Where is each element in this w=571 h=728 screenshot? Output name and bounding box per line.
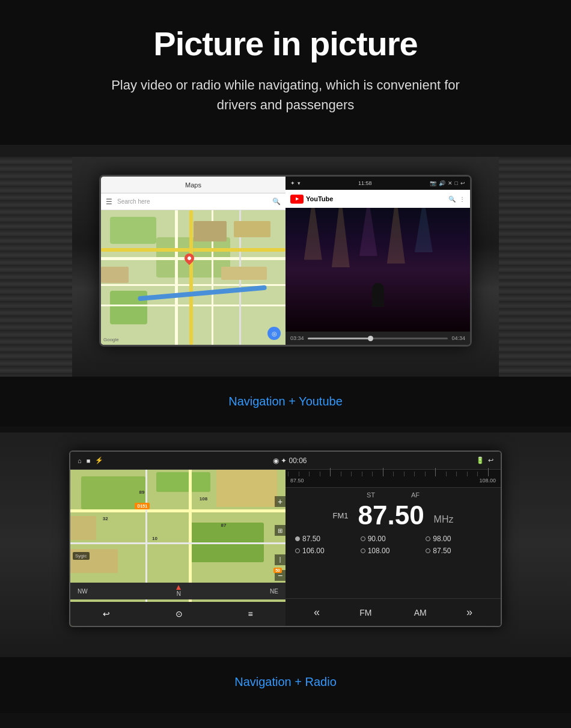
preset-freq-5: 108.00 [368, 547, 390, 555]
map2-footer: ↩ ⊙ ≡ [70, 602, 286, 626]
radio-next-button[interactable]: » [462, 604, 477, 621]
compass-ne: NE [270, 588, 278, 595]
compass-nw: NW [78, 588, 88, 595]
progress-track[interactable] [308, 338, 448, 339]
map-nav-button[interactable]: ◎ [267, 327, 281, 340]
camera-icon: 📷 [430, 180, 436, 186]
tick [362, 472, 373, 476]
radio-freq-bar: 87.50 108.00 [286, 470, 501, 488]
radio-band: FM1 [333, 511, 349, 520]
radio-am-button[interactable]: AM [407, 605, 434, 620]
yt-search-icon[interactable]: 🔍 [448, 196, 456, 202]
preset-dot-4 [295, 548, 300, 553]
map2-body: D151 89 32 10 108 87 + ⊞ | − [70, 470, 286, 602]
tick [414, 472, 425, 476]
close-icon: ✕ [448, 180, 453, 186]
radio-prev-button[interactable]: « [309, 604, 325, 621]
preset-dot-1 [295, 536, 300, 541]
yt-progress-bar: 03:34 04:34 [286, 332, 470, 345]
tick [435, 468, 446, 476]
yt-logo-text: YouTube [306, 195, 333, 202]
preset-item-2[interactable]: 90.00 [361, 533, 426, 544]
status-left-icons-2: ⌂ ■ ⚡ [78, 457, 103, 464]
compass-row: NW N NE [70, 583, 286, 599]
radio-presets: 87.50 90.00 98.00 [286, 531, 501, 559]
preset-item-1[interactable]: 87.50 [295, 533, 361, 544]
map-header: Maps [101, 177, 286, 193]
progress-dot [368, 336, 373, 341]
tick [330, 468, 341, 476]
map-body: Google ◎ [101, 210, 286, 345]
preset-item-6[interactable]: 87.50 [426, 545, 491, 556]
usb-icon: ⚡ [95, 457, 103, 464]
radio-unit: MHz [434, 514, 454, 529]
preset-freq-6: 87.50 [433, 547, 451, 555]
freq-label-row: 87.50 108.00 [288, 476, 498, 485]
preset-item-3[interactable]: 98.00 [426, 533, 491, 544]
tick [299, 472, 310, 476]
hamburger-icon: ☰ [106, 198, 112, 206]
split-screen-1: Maps ☰ Search here 🔍 [101, 177, 470, 345]
screen2-status-bar: ⌂ ■ ⚡ ◉ ✦ 00:06 🔋 ↩ [70, 452, 501, 470]
progress-fill [308, 338, 371, 339]
tick [383, 468, 394, 476]
tick [320, 472, 331, 476]
battery-icon: 🔋 [476, 457, 484, 464]
tick [309, 472, 320, 476]
status-time-2: ◉ ✦ 00:06 [273, 457, 307, 465]
bluetooth-icon-2: ✦ [281, 457, 289, 465]
car-background-2: ⌂ ■ ⚡ ◉ ✦ 00:06 🔋 ↩ [0, 432, 571, 657]
map-panel-2: D151 89 32 10 108 87 + ⊞ | − [70, 470, 286, 626]
preset-dot-3 [426, 536, 430, 541]
tick [372, 472, 383, 476]
youtube-panel: ✦ ▾ 11:58 📷 🔊 ✕ □ ↩ [286, 177, 470, 345]
youtube-logo: YouTube [290, 195, 333, 204]
tick [351, 472, 362, 476]
home-icon: ⌂ [78, 457, 82, 464]
yt-time-total: 04:34 [451, 335, 465, 341]
screen-container-2: ⌂ ■ ⚡ ◉ ✦ 00:06 🔋 ↩ [69, 450, 502, 627]
preset-freq-2: 90.00 [368, 535, 386, 543]
page-title: Picture in picture [12, 24, 559, 63]
radio-frequency: 87.50 [358, 502, 424, 529]
st-label: ST [367, 491, 375, 499]
map-search-bar[interactable]: ☰ Search here 🔍 [101, 193, 286, 210]
map-menu-button[interactable]: ≡ [248, 609, 253, 619]
freq-min-label: 87.50 [290, 478, 304, 484]
yt-more-icon[interactable]: ⋮ [459, 196, 465, 202]
concert-stage [286, 208, 470, 332]
status-left-icons: ✦ ▾ [290, 180, 301, 186]
map-back-button[interactable]: ↩ [103, 609, 110, 619]
screen-container-1: Maps ☰ Search here 🔍 [99, 175, 472, 347]
caption-1-text: Navigation + Youtube [12, 395, 559, 408]
page-wrapper: Picture in picture Play video or radio w… [0, 0, 571, 713]
google-logo: Google [103, 337, 119, 342]
car-background-1: Maps ☰ Search here 🔍 [0, 157, 571, 377]
tick [288, 472, 299, 476]
preset-freq-3: 98.00 [433, 535, 451, 543]
search-icon: 🔍 [272, 198, 281, 205]
radio-fm-button[interactable]: FM [352, 605, 379, 620]
preset-freq-1: 87.50 [302, 535, 320, 543]
yt-video-area[interactable] [286, 208, 470, 332]
preset-dot-2 [361, 536, 365, 541]
tick [467, 472, 478, 476]
gps-icon: ◉ [273, 457, 279, 465]
radio-panel: 87.50 108.00 ST AF FM1 [286, 470, 501, 626]
map-search-button[interactable]: ⊙ [176, 609, 183, 619]
tick [404, 472, 415, 476]
header-section: Picture in picture Play video or radio w… [0, 0, 571, 145]
af-label: AF [411, 491, 420, 499]
preset-dot-5 [361, 548, 365, 553]
tick [456, 472, 467, 476]
wifi-icon: ▾ [298, 180, 301, 186]
preset-dot-6 [426, 548, 430, 553]
radio-controls: « FM AM » [286, 598, 501, 626]
square-icon: ■ [87, 457, 91, 464]
bluetooth-icon: ✦ [290, 180, 295, 186]
search-placeholder: Search here [117, 198, 272, 205]
preset-item-5[interactable]: 108.00 [361, 545, 426, 556]
caption-section-1: Navigation + Youtube [0, 377, 571, 426]
preset-item-4[interactable]: 106.00 [295, 545, 361, 556]
map-area: Maps ☰ Search here 🔍 [101, 177, 286, 345]
